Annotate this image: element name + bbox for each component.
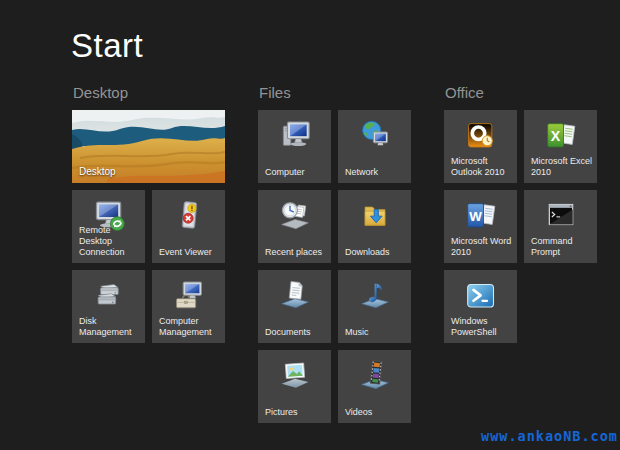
powershell-icon [444,277,517,317]
computer-icon [258,117,331,157]
tile-label: Downloads [345,247,408,258]
tile-command-prompt[interactable]: Command Prompt [524,190,597,263]
tile-desktop[interactable]: Desktop [72,110,225,183]
word-icon: W [444,197,517,237]
remote-desktop-icon [72,197,145,237]
tile-microsoft-word-2010[interactable]: W Microsoft Word 2010 [444,190,517,263]
tile-group-office: Office Microsoft Outlook 2010 X Microsof… [444,84,597,343]
tile-microsoft-excel-2010[interactable]: X Microsoft Excel 2010 [524,110,597,183]
tile-label: Microsoft Outlook 2010 [451,156,514,178]
tile-label: Disk Management [79,316,142,338]
outlook-icon [444,117,517,157]
recent-places-icon [258,197,331,237]
pictures-icon [258,357,331,397]
disk-management-icon [72,277,145,317]
tile-label: Music [345,327,408,338]
tile-group-files: Files Computer Network Recent places Dow… [258,84,411,423]
tile-label: Remote Desktop Connection [79,225,142,258]
tile-disk-management[interactable]: Disk Management [72,270,145,343]
tile-label: Recent places [265,247,328,258]
tile-pictures[interactable]: Pictures [258,350,331,423]
tile-label: Microsoft Excel 2010 [531,156,594,178]
tile-downloads[interactable]: Downloads [338,190,411,263]
tile-group-desktop: Desktop Desktop Remote Desktop Connectio… [72,84,225,343]
tile-label: Videos [345,407,408,418]
desktop-preview-art [72,110,225,183]
tile-label: Windows PowerShell [451,316,514,338]
tile-grid: Computer Network Recent places Downloads… [258,110,411,423]
tile-label: Desktop [79,166,222,177]
tile-label: Computer Management [159,316,222,338]
videos-icon [338,357,411,397]
page-title: Start [71,27,143,65]
tile-network[interactable]: Network [338,110,411,183]
tile-computer-management[interactable]: Computer Management [152,270,225,343]
tile-label: Event Viewer [159,247,222,258]
computer-management-icon [152,277,225,317]
downloads-icon [338,197,411,237]
documents-icon [258,277,331,317]
tile-label: Command Prompt [531,236,594,258]
tile-documents[interactable]: Documents [258,270,331,343]
tile-label: Documents [265,327,328,338]
tile-microsoft-outlook-2010[interactable]: Microsoft Outlook 2010 [444,110,517,183]
tile-label: Computer [265,167,328,178]
tile-windows-powershell[interactable]: Windows PowerShell [444,270,517,343]
tile-grid: Desktop Remote Desktop Connection Event … [72,110,225,343]
tile-music[interactable]: Music [338,270,411,343]
tile-grid: Microsoft Outlook 2010 X Microsoft Excel… [444,110,597,343]
watermark: www.ankaoNB.com [481,428,618,444]
excel-icon: X [524,117,597,157]
tile-label: Network [345,167,408,178]
group-header-office: Office [445,84,597,101]
tile-computer[interactable]: Computer [258,110,331,183]
tile-label: Pictures [265,407,328,418]
group-header-desktop: Desktop [73,84,225,101]
tile-remote-desktop-connection[interactable]: Remote Desktop Connection [72,190,145,263]
command-prompt-icon [524,197,597,237]
svg-text:W: W [469,209,482,224]
event-viewer-icon [152,197,225,237]
group-header-files: Files [259,84,411,101]
tile-videos[interactable]: Videos [338,350,411,423]
tile-recent-places[interactable]: Recent places [258,190,331,263]
svg-text:X: X [550,128,560,144]
music-icon [338,277,411,317]
network-icon [338,117,411,157]
tile-event-viewer[interactable]: Event Viewer [152,190,225,263]
tile-label: Microsoft Word 2010 [451,236,514,258]
